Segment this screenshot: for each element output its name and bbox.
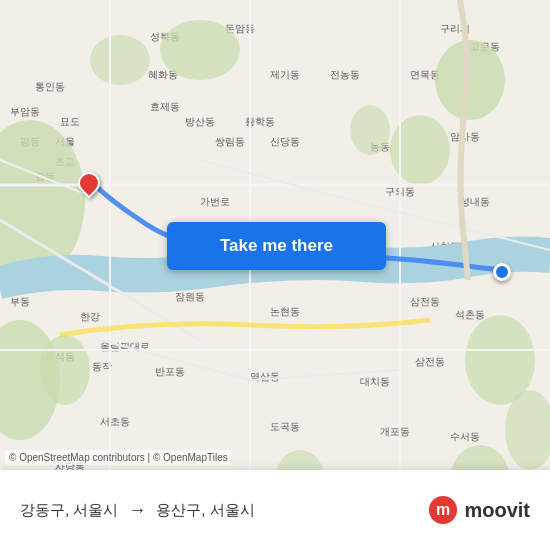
map-label: 한강 [80, 310, 100, 324]
map-label: 방이동 [480, 240, 510, 254]
map-label: 도곡동 [270, 420, 300, 434]
map-label: 대치동 [360, 375, 390, 389]
map-label: 암사동 [450, 130, 480, 144]
map-label: 삼전동 [410, 295, 440, 309]
destination-marker [78, 172, 100, 202]
map-label: 쌍림동 [215, 135, 245, 149]
map-label: 효제동 [150, 100, 180, 114]
bottom-bar: 강동구, 서울시 → 용산구, 서울시 m moovit [0, 470, 550, 550]
map-label: 개포동 [380, 425, 410, 439]
moovit-logo: m moovit [428, 495, 530, 525]
map-label: 서울 [55, 135, 75, 149]
map-label: 방산동 [185, 115, 215, 129]
map-label: 성북동 [150, 30, 180, 44]
map-label: 부동 [10, 295, 30, 309]
map-label: 구리시 [440, 22, 470, 36]
map-label: 신천동 [430, 240, 460, 254]
map-label: 합동 [35, 170, 55, 184]
map-label: 구의동 [385, 185, 415, 199]
map-label: 논현동 [270, 305, 300, 319]
map-label: 수서동 [450, 430, 480, 444]
map-container: 부암동성북동돈암동구리시고문동통인동혜화동제기동전농동면목동묘도효제동방산동황학… [0, 0, 550, 550]
map-label: 올림픽대로 [100, 340, 150, 354]
map-label: 서초동 [100, 415, 130, 429]
map-label: 초교 [55, 155, 75, 169]
map-label: 면목동 [410, 68, 440, 82]
map-label: 성내동 [460, 195, 490, 209]
map-label: 삼전동 [415, 355, 445, 369]
map-label: 동작 [92, 360, 112, 374]
map-label: 농동 [370, 140, 390, 154]
map-label: 통인동 [35, 80, 65, 94]
map-label: 신당동 [270, 135, 300, 149]
route-from: 강동구, 서울시 [20, 501, 118, 520]
map-label: 제기동 [270, 68, 300, 82]
route-arrow: → [128, 500, 146, 521]
map-label: 황학동 [245, 115, 275, 129]
map-label: 고문동 [470, 40, 500, 54]
map-label: 돈암동 [225, 22, 255, 36]
map-label: 가번로 [200, 195, 230, 209]
map-label: 역삼동 [250, 370, 280, 384]
map-label: 부암동 [10, 105, 40, 119]
origin-marker [493, 263, 511, 281]
map-label: 잠원동 [175, 290, 205, 304]
svg-text:m: m [436, 501, 450, 518]
map-label: 반포동 [155, 365, 185, 379]
map-label: 전농동 [330, 68, 360, 82]
map-label: 평동 [20, 135, 40, 149]
map-label: 혜화동 [148, 68, 178, 82]
moovit-text: moovit [464, 499, 530, 522]
route-info: 강동구, 서울시 → 용산구, 서울시 [20, 500, 428, 521]
copyright-text: © OpenStreetMap contributors | © OpenMap… [5, 450, 232, 465]
take-me-there-button[interactable]: Take me there [167, 222, 386, 270]
moovit-icon: m [428, 495, 458, 525]
map-label: 석촌동 [455, 308, 485, 322]
map-label: 묘도 [60, 115, 80, 129]
route-to: 용산구, 서울시 [156, 501, 254, 520]
map-label: 흑석동 [45, 350, 75, 364]
